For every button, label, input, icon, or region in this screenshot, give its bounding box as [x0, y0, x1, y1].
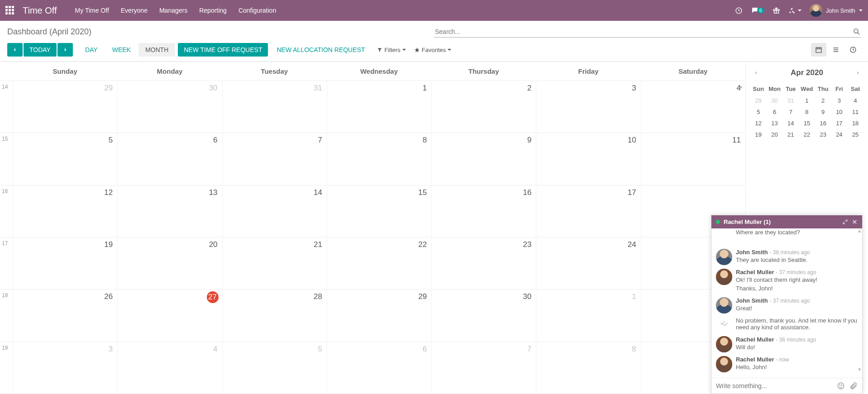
day-cell[interactable]: 7	[222, 133, 327, 185]
view-month[interactable]: MONTH	[138, 43, 175, 57]
day-cell[interactable]: 6	[117, 133, 222, 185]
day-cell[interactable]: 30	[431, 290, 536, 341]
day-cell[interactable]: 29	[327, 290, 431, 341]
mini-day[interactable]: 15	[799, 118, 815, 129]
mini-day[interactable]: 21	[782, 129, 799, 140]
new-allocation-button[interactable]: NEW ALLOCATION REQUEST	[271, 43, 371, 57]
day-cell[interactable]: 9	[431, 133, 536, 185]
chat-header[interactable]: Rachel Muller (1)	[711, 215, 862, 228]
day-cell[interactable]: 31	[222, 81, 327, 133]
mini-day[interactable]: 10	[831, 106, 848, 118]
mini-day[interactable]: 12	[750, 118, 767, 129]
next-button[interactable]	[57, 43, 73, 57]
day-cell[interactable]: 22	[327, 237, 431, 289]
mini-day[interactable]: 24	[831, 129, 848, 140]
day-cell[interactable]: 1	[327, 81, 431, 133]
day-cell[interactable]: 11	[641, 133, 745, 185]
mini-day[interactable]: 19	[750, 129, 767, 140]
mini-day[interactable]: 23	[815, 129, 831, 140]
mini-day[interactable]: 31	[782, 95, 799, 106]
expand-icon[interactable]	[842, 219, 848, 225]
close-icon[interactable]	[852, 219, 858, 225]
mini-next[interactable]	[853, 67, 863, 78]
day-cell[interactable]: 1	[536, 290, 640, 341]
view-week[interactable]: WEEK	[105, 43, 138, 57]
mini-day[interactable]: 22	[799, 129, 815, 140]
mini-day[interactable]: 8	[799, 106, 815, 118]
mini-prev[interactable]	[750, 67, 761, 78]
scroll-up-icon[interactable]: ▴	[858, 228, 861, 234]
favorites-dropdown[interactable]: Favorites	[414, 47, 451, 53]
day-cell[interactable]: 7	[431, 342, 536, 394]
day-cell[interactable]: 2	[431, 81, 536, 133]
day-cell[interactable]: 21	[222, 237, 327, 289]
mini-day[interactable]: 16	[815, 118, 831, 129]
mini-day[interactable]: 17	[831, 118, 848, 129]
day-cell[interactable]: 20	[117, 237, 222, 289]
day-cell[interactable]: 30	[117, 81, 222, 133]
day-cell[interactable]: 5	[222, 342, 327, 394]
attach-icon[interactable]	[849, 382, 858, 390]
day-cell[interactable]: 27	[117, 290, 222, 341]
mini-day[interactable]: 6	[767, 106, 783, 118]
tools-icon[interactable]	[788, 7, 801, 14]
day-cell[interactable]: 6	[327, 342, 431, 394]
mini-day[interactable]: 18	[847, 118, 863, 129]
day-cell[interactable]: 14	[222, 185, 327, 237]
day-cell[interactable]: 23	[431, 237, 536, 289]
view-list-icon[interactable]	[828, 43, 844, 57]
mini-day[interactable]: 3	[831, 95, 848, 106]
scroll-down-icon[interactable]: ▾	[858, 366, 861, 373]
day-cell[interactable]: 8	[536, 342, 640, 394]
mini-day[interactable]: 7	[782, 106, 799, 118]
emoji-icon[interactable]	[837, 382, 845, 390]
mini-day[interactable]: 25	[847, 129, 863, 140]
view-activity-icon[interactable]	[845, 43, 861, 57]
day-cell[interactable]: 24	[536, 237, 640, 289]
clock-icon[interactable]	[735, 7, 743, 14]
nav-my-time-off[interactable]: My Time Off	[75, 7, 109, 14]
day-cell[interactable]: 5	[13, 133, 117, 185]
day-cell[interactable]: 28	[222, 290, 327, 341]
day-cell[interactable]: 13	[117, 185, 222, 237]
day-cell[interactable]: 19	[13, 237, 117, 289]
mini-day[interactable]: 29	[750, 95, 767, 106]
nav-managers[interactable]: Managers	[159, 7, 187, 14]
nav-configuration[interactable]: Configuration	[238, 7, 276, 14]
new-request-button[interactable]: NEW TIME OFF REQUEST	[178, 43, 268, 57]
mini-day[interactable]: 5	[750, 106, 767, 118]
mini-day[interactable]: 14	[782, 118, 799, 129]
mini-day[interactable]: 9	[815, 106, 831, 118]
mini-day[interactable]: 13	[767, 118, 783, 129]
day-cell[interactable]: 3	[13, 342, 117, 394]
user-menu[interactable]: John Smith	[810, 4, 863, 17]
day-cell[interactable]: 4	[641, 81, 745, 133]
day-cell[interactable]: 15	[327, 185, 431, 237]
day-cell[interactable]: 17	[536, 185, 640, 237]
today-button[interactable]: TODAY	[24, 43, 57, 57]
mini-day[interactable]: 2	[815, 95, 831, 106]
day-cell[interactable]: 3	[536, 81, 640, 133]
mini-day[interactable]: 4	[847, 95, 863, 106]
day-cell[interactable]: 12	[13, 185, 117, 237]
day-cell[interactable]: 16	[431, 185, 536, 237]
search-input[interactable]	[434, 26, 849, 37]
nav-reporting[interactable]: Reporting	[199, 7, 227, 14]
mini-day[interactable]: 11	[847, 106, 863, 118]
apps-icon[interactable]	[5, 6, 14, 15]
mini-day[interactable]: 30	[767, 95, 783, 106]
chat-body[interactable]: ▴ ▾ Where are they located?John Smith - …	[711, 228, 862, 378]
day-cell[interactable]: 10	[536, 133, 640, 185]
gift-icon[interactable]	[773, 7, 780, 14]
mini-day[interactable]: 20	[767, 129, 783, 140]
filters-dropdown[interactable]: Filters	[377, 47, 405, 53]
day-cell[interactable]: 8	[327, 133, 431, 185]
nav-everyone[interactable]: Everyone	[121, 7, 148, 14]
search-icon[interactable]	[853, 28, 861, 36]
chat-input[interactable]	[716, 382, 832, 389]
day-cell[interactable]: 26	[13, 290, 117, 341]
view-day[interactable]: DAY	[78, 43, 105, 57]
day-cell[interactable]: 29	[13, 81, 117, 133]
day-cell[interactable]: 4	[117, 342, 222, 394]
prev-button[interactable]	[7, 43, 23, 57]
